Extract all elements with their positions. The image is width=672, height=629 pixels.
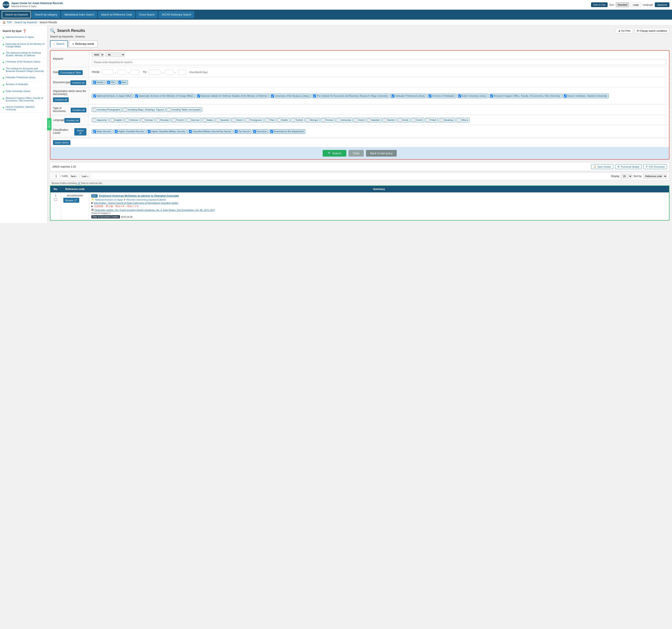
print-button[interactable]: 🖨 For Print [616, 28, 633, 33]
how-to-use-button[interactable]: How to Use [591, 2, 607, 7]
cb-spanish[interactable]: Spanish [216, 118, 231, 122]
browse-button[interactable]: Browse 🔗 [63, 198, 79, 203]
cb-hoover[interactable]: Hoover Institution, Stanford University [562, 94, 609, 98]
chronological-table-button[interactable]: Chronological Table [58, 70, 82, 75]
date-from-month[interactable] [118, 70, 126, 75]
cb-restricted[interactable]: Restricted to the department [269, 129, 305, 134]
cb-highly-classified-military[interactable]: Highly Classfied Military Secrets [146, 129, 187, 134]
item-title-link[interactable]: Employed American McGowen as advisor to … [99, 194, 179, 197]
cb-english[interactable]: English [110, 118, 124, 122]
cb-german[interactable]: German [186, 118, 201, 122]
diplomatic-link[interactable]: Diplomatic relation, No. 9 and recruitin… [95, 209, 215, 211]
language-button[interactable]: Japanese [655, 2, 669, 7]
close-sidebar-button[interactable]: CLOSE [47, 118, 51, 130]
all-select[interactable]: All Title Description [105, 52, 125, 57]
cb-polish[interactable]: Polish [425, 118, 438, 122]
cb-shiga[interactable]: The Institute for Economic and Business … [312, 94, 389, 98]
back-to-query-button[interactable]: Back to last query [366, 150, 397, 156]
sidebar-item-kobe[interactable]: ● Kobe University Library [0, 88, 47, 95]
nav-search-keyword[interactable]: Search by Keyword [2, 11, 31, 18]
and-select[interactable]: AND OR NOT [92, 52, 104, 57]
sidebar-item-diplomatic[interactable]: ● Diplomatic Archives of the Ministry of… [0, 41, 47, 50]
cb-czech[interactable]: Czech [411, 118, 424, 122]
date-to-month[interactable] [165, 70, 173, 75]
cb-dutch[interactable]: Dutch [232, 118, 244, 122]
page-number-input[interactable] [52, 174, 60, 178]
sidebar-item-ryukyus[interactable]: ● University of the Ryukyus Library [0, 58, 47, 66]
csv-download-button[interactable]: ⬇ CSV Download [643, 164, 667, 169]
summary-records-link[interactable]: Records concerning Dajokan/Cabinet [127, 198, 166, 201]
date-to-day[interactable] [177, 70, 186, 75]
cb-naj[interactable]: National Archives of Japan (NAJ) [92, 94, 133, 98]
cb-maps[interactable]: Including Maps, Drawings, Figures [123, 107, 165, 112]
external-link-icon[interactable]: 🔗 [77, 182, 80, 185]
row-checkbox[interactable] [54, 198, 57, 201]
cb-others[interactable]: Others [456, 118, 470, 122]
nav-dictionary[interactable]: JACAR Dictionary Search [159, 11, 194, 18]
cb-danish[interactable]: Danish [383, 118, 396, 122]
cb-french[interactable]: French [171, 118, 185, 122]
sidebar-item-hokkaido-pref[interactable]: ● Hokkaido Prefectural Library [0, 74, 47, 81]
cb-hokkaido-pref[interactable]: Hokkaido Prefectural Library [390, 94, 427, 98]
keyword-input[interactable] [92, 59, 666, 65]
cb-item[interactable]: Item [117, 80, 128, 84]
open-details-button[interactable]: 📋 Open Details [591, 164, 614, 169]
sort-by-select[interactable]: Reference code Date Title [643, 174, 667, 178]
doc-type-unselect-button[interactable]: Unselect all [70, 80, 86, 85]
cb-thai[interactable]: Thai [264, 118, 275, 122]
cb-photos[interactable]: Including Photographs [92, 107, 122, 112]
tab-dictionary[interactable]: + Dictionary words [69, 40, 98, 48]
date-from-day[interactable] [130, 70, 139, 75]
nav-reference-code[interactable]: Search by Reference Code [98, 11, 135, 18]
sidebar-item-shiga[interactable]: ● The Institute for Economic and Busines… [0, 66, 47, 74]
cb-kobe[interactable]: Kobe University Library [457, 94, 488, 98]
nav-search-category[interactable]: Search by category [32, 11, 60, 18]
cb-korean[interactable]: Korean [140, 118, 154, 122]
summary-org-link[interactable]: National Archives of Japan [95, 198, 123, 201]
cb-ukrainian[interactable]: Ukrainian [439, 118, 455, 122]
cb-secrets[interactable]: Secret(s) [252, 129, 268, 134]
cb-chinese[interactable]: Chinese [124, 118, 140, 122]
display-count-select[interactable]: 20 50 100 [621, 174, 632, 178]
cb-ryukyus[interactable]: University of the Ryukyus Library [270, 94, 311, 98]
change-search-button[interactable]: ⇄ Change search conditions [634, 28, 669, 33]
breadcrumb-home[interactable]: TOP [7, 21, 12, 24]
cb-turkish[interactable]: Turkish [290, 118, 305, 122]
type-docs-unselect-button[interactable]: Unselect all [71, 108, 87, 113]
cb-mongol[interactable]: Mongol [306, 118, 320, 122]
cb-series[interactable]: Series [92, 80, 105, 84]
cb-persian[interactable]: Persian [320, 118, 335, 122]
tab-search[interactable]: − Search [50, 40, 68, 48]
search-submit-button[interactable]: 🔍 Search [322, 150, 346, 156]
size-large-button[interactable]: Large [631, 2, 641, 7]
nav-alphabetical[interactable]: Alphabetical Index Search [61, 11, 97, 18]
sidebar-item-national-archives[interactable]: ● National Archives of Japan [0, 34, 47, 41]
org-unselect-button[interactable]: Unselect all [53, 97, 69, 102]
cb-top-secret[interactable]: Top Secret [233, 129, 251, 134]
cb-russian[interactable]: Russian [155, 118, 171, 122]
date-from-year[interactable] [101, 70, 113, 75]
sidebar-item-defense[interactable]: ● The National Institute for Defense Stu… [0, 50, 47, 58]
cb-diplomatic[interactable]: Diplomatic Archives of the Ministry of F… [134, 94, 195, 98]
cb-japanese[interactable]: Japanese [92, 118, 109, 122]
thumbnail-display-button[interactable]: ⊞ Thumbnail display [615, 164, 642, 169]
cb-tables[interactable]: Including Tables and graphs [166, 107, 202, 112]
cb-defense[interactable]: National Institute for Defense Studies o… [196, 94, 269, 98]
cb-file[interactable]: File [106, 80, 116, 84]
classification-select-all-button[interactable]: Select all [74, 128, 87, 136]
select-series-button[interactable]: Select Series [53, 140, 70, 145]
clear-button[interactable]: Clear [349, 150, 364, 156]
sidebar-item-hokkaido-arch[interactable]: ● Archives of Hokkaido [0, 81, 47, 88]
sidebar-item-oita[interactable]: ● Research Support Office, Faculty of Ec… [0, 95, 47, 104]
cb-swedish[interactable]: Swedish [366, 118, 382, 122]
nav-cross-search[interactable]: Cross Search [136, 11, 158, 18]
cb-state-secrets[interactable]: State Secrets [92, 129, 113, 134]
cb-classified-military-top[interactable]: Classified Military SecretsTop Secret [187, 129, 233, 134]
help-icon[interactable]: ❓ [23, 29, 26, 33]
cb-indonesia[interactable]: Indonesia [336, 118, 353, 122]
last-page-button[interactable]: Last ›› [80, 174, 91, 178]
breadcrumb-parent[interactable]: Search by Keyword [15, 21, 37, 24]
dajo-ruiten-link[interactable]: Dajo Ruiten : Grand Council of State Cat… [94, 202, 178, 204]
cb-highly-classified[interactable]: Highly Classfied Secrets [113, 129, 145, 134]
language-unselect-button[interactable]: Unselect all [65, 118, 80, 123]
